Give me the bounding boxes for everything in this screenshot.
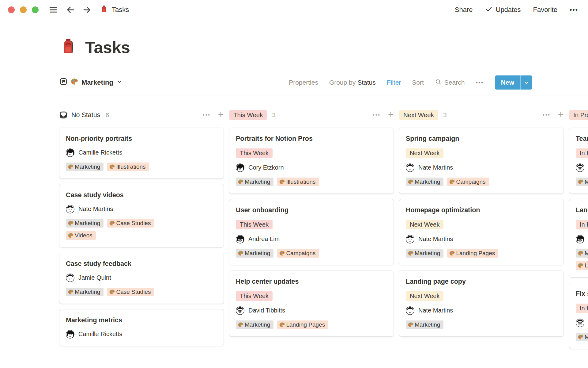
task-card[interactable]: LandIn ProgressCory EtzkornMarketingLand… — [569, 199, 588, 277]
forward-arrow-icon[interactable] — [82, 5, 92, 15]
task-card[interactable]: TeamIn ProgressDavid TibbittsMarketing — [569, 128, 588, 194]
assignee: Jamie Quint — [66, 274, 111, 282]
search-button[interactable]: Search — [435, 79, 465, 87]
toolbar-more-icon[interactable]: ••• — [476, 79, 484, 86]
tag-label: Case Studies — [116, 289, 151, 295]
back-arrow-icon[interactable] — [66, 5, 75, 15]
palette-icon — [109, 289, 115, 295]
tag-label: Illustrations — [116, 163, 145, 170]
task-title: Portraits for Notion Pros — [236, 135, 313, 143]
tag-label: Marketing — [75, 289, 100, 295]
favorite-button[interactable]: Favorite — [533, 6, 557, 14]
tag-row: MarketingCampaigns — [406, 178, 489, 186]
kanban-board: No Status6•••+Non-priority portraitsCami… — [0, 95, 588, 355]
column-actions: •••+ — [373, 111, 394, 119]
tag: Case Studies — [107, 219, 154, 228]
column-add-icon[interactable]: + — [558, 110, 564, 119]
tag: Campaigns — [277, 249, 319, 258]
task-card[interactable]: Portraits for Notion ProsThis WeekCory E… — [229, 128, 394, 194]
assignee: Cory Etzkorn — [576, 235, 588, 243]
status-tag: In Progress — [576, 148, 588, 158]
assignee: Andrea Lim — [236, 235, 280, 243]
task-card[interactable]: Landing page copyNext WeekNate MartinsMa… — [399, 271, 564, 336]
close-window-button[interactable] — [8, 6, 15, 13]
task-card[interactable]: Fix sIn ProgressDavid TibbittsMarketing — [569, 283, 588, 349]
tag: Videos — [66, 231, 96, 240]
column-status-pill[interactable]: In Progress — [569, 110, 588, 120]
status-tag: Next Week — [406, 220, 443, 229]
new-dropdown-chevron-icon[interactable] — [521, 75, 532, 90]
palette-icon — [279, 322, 285, 328]
assignee: Camille Ricketts — [66, 148, 122, 157]
assignee-name: Camille Ricketts — [78, 149, 122, 156]
column-add-icon[interactable]: + — [218, 110, 224, 119]
column-add-icon[interactable]: + — [388, 110, 394, 119]
palette-icon — [408, 179, 414, 185]
tag: Landing Pages — [277, 320, 328, 329]
updates-button[interactable]: Updates — [485, 5, 521, 15]
tag-label: Marketing — [585, 250, 588, 257]
column-status-pill[interactable]: This Week — [229, 110, 267, 120]
tag-label: Landing Pages — [286, 321, 325, 328]
breadcrumb-page-title: Tasks — [112, 6, 129, 14]
column-more-icon[interactable]: ••• — [373, 112, 381, 118]
assignee-name: Jamie Quint — [78, 274, 111, 281]
column-actions: •••+ — [203, 111, 224, 119]
page-icon-backpack[interactable] — [59, 37, 77, 56]
new-button[interactable]: New — [495, 75, 532, 90]
tag-label: Marketing — [245, 321, 270, 328]
view-switcher[interactable]: Marketing — [59, 78, 123, 87]
breadcrumb: Tasks — [100, 5, 129, 15]
minimize-window-button[interactable] — [20, 6, 27, 13]
palette-icon — [70, 78, 78, 87]
board-column-next-week: Next Week3•••+Spring campaignNext WeekNa… — [399, 109, 564, 342]
column-status-pill[interactable]: Next Week — [399, 110, 438, 120]
filter-button[interactable]: Filter — [387, 79, 401, 86]
topbar-actions: Share Updates Favorite ••• — [455, 5, 578, 15]
properties-button[interactable]: Properties — [289, 79, 318, 86]
task-card[interactable]: Case study videosNate MartinsMarketingCa… — [59, 184, 224, 247]
assignee-name: Andrea Lim — [248, 236, 280, 243]
task-card[interactable]: User onboardingThis WeekAndrea LimMarket… — [229, 199, 394, 265]
new-button-label[interactable]: New — [495, 75, 520, 90]
palette-icon — [109, 220, 115, 226]
assignee: Nate Martins — [66, 205, 113, 213]
task-card[interactable]: Case study feedbackJamie QuintMarketingC… — [59, 253, 224, 304]
column-more-icon[interactable]: ••• — [543, 112, 551, 118]
tag: Marketing — [406, 320, 443, 329]
avatar — [406, 235, 414, 243]
avatar — [236, 235, 244, 243]
column-more-icon[interactable]: ••• — [203, 112, 211, 118]
sort-button[interactable]: Sort — [412, 79, 424, 86]
assignee-name: Nate Martins — [418, 164, 453, 171]
task-card[interactable]: Help center updatesThis WeekDavid Tibbit… — [229, 271, 394, 336]
tag: Marketing — [576, 249, 588, 258]
tag-label: Illustrations — [286, 178, 315, 185]
zoom-window-button[interactable] — [32, 6, 39, 13]
page-header: Tasks — [0, 20, 588, 56]
assignee: David Tibbitts — [236, 306, 285, 315]
column-header: No Status6•••+ — [59, 109, 224, 121]
avatar — [236, 163, 244, 172]
sidebar-menu-icon[interactable] — [48, 5, 59, 15]
tag-label: Case Studies — [116, 220, 151, 227]
assignee-name: Nate Martins — [78, 205, 113, 213]
group-by-button[interactable]: Group by Status — [329, 79, 376, 86]
palette-icon — [68, 232, 74, 239]
tag: Illustrations — [107, 163, 149, 171]
tag: Marketing — [576, 333, 588, 341]
assignee-name: David Tibbitts — [248, 307, 285, 314]
more-options-icon[interactable]: ••• — [570, 6, 578, 13]
task-card[interactable]: Spring campaignNext WeekNate MartinsMark… — [399, 128, 564, 194]
share-button[interactable]: Share — [455, 6, 473, 14]
palette-icon — [279, 250, 285, 256]
task-card[interactable]: Non-priority portraitsCamille RickettsMa… — [59, 128, 224, 178]
assignee-name: Camille Ricketts — [78, 331, 122, 338]
avatar — [406, 163, 414, 172]
task-card[interactable]: Homepage optimizationNext WeekNate Marti… — [399, 199, 564, 265]
palette-icon — [68, 220, 74, 226]
palette-icon — [238, 179, 244, 185]
task-card[interactable]: Marketing metricsCamille Ricketts — [59, 309, 224, 346]
task-title: Non-priority portraits — [66, 135, 132, 143]
column-title: No Status — [71, 111, 100, 119]
